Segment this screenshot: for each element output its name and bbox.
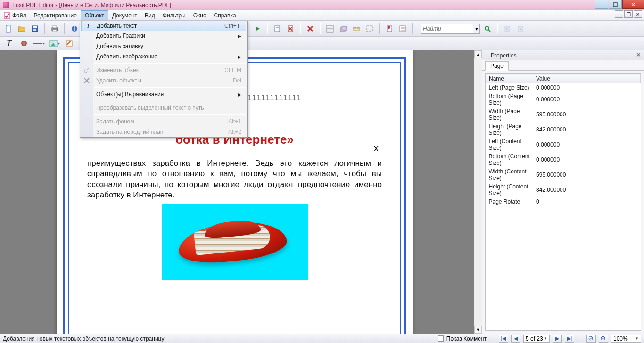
property-name: Width (Page Size) (486, 107, 533, 122)
layers-button[interactable] (338, 23, 349, 34)
property-row[interactable]: Width (Content Size)595.000000 (486, 167, 641, 182)
search-box[interactable]: ▾ (421, 24, 480, 34)
cancel-button[interactable] (305, 23, 316, 34)
property-name: Bottom (Page Size) (486, 92, 533, 107)
property-value: 0.000000 (533, 137, 632, 152)
bookmark-button[interactable] (384, 23, 395, 34)
menu-help[interactable]: Справка (210, 10, 240, 20)
menu-document[interactable]: Документ (108, 10, 141, 20)
doc-paragraph: преимуществах заработка в Интернете. Вед… (87, 158, 382, 201)
property-name: Width (Content Size) (486, 167, 533, 182)
last-page-button[interactable]: ▶| (565, 335, 574, 343)
ruler-button[interactable] (351, 23, 362, 34)
edit-tool-button[interactable] (63, 38, 75, 49)
property-value: 595.000000 (533, 107, 632, 122)
menu-item-set-background: Задать фоном Alt+1 (80, 116, 247, 127)
page-number-box[interactable]: 5 of 23 ▼ (523, 335, 550, 343)
mdi-restore-button[interactable]: ❐ (624, 10, 633, 18)
properties-col-name[interactable]: Name (486, 74, 533, 83)
property-value: 595.000000 (533, 167, 632, 182)
properties-panel-title[interactable]: Properties (485, 51, 522, 60)
property-row[interactable]: Width (Page Size)595.000000 (486, 107, 641, 122)
properties-button[interactable] (397, 23, 408, 34)
svg-rect-28 (367, 26, 372, 32)
svg-rect-7 (53, 26, 57, 28)
search-dropdown-button[interactable]: ▾ (473, 24, 479, 33)
svg-line-35 (488, 30, 490, 32)
mdi-close-button[interactable]: ✕ (634, 10, 642, 18)
search-input[interactable] (421, 25, 473, 32)
grid-button[interactable] (324, 23, 336, 34)
property-name: Left (Page Size) (486, 83, 533, 92)
doc-image-wallet (162, 204, 308, 280)
submenu-arrow-icon: ▶ (238, 92, 241, 97)
properties-grid[interactable]: Name Value Left (Page Size)0.000000Botto… (485, 74, 641, 331)
menu-edit[interactable]: Редактирование (30, 10, 81, 20)
property-value: 0 (533, 197, 632, 206)
properties-tab-page[interactable]: Page (485, 61, 509, 71)
menu-item-add-image[interactable]: Добавить изображение ▶ (80, 51, 247, 62)
scroll-up-button[interactable]: ▲ (474, 50, 482, 58)
statusbar: Добавления новых текстовых объектов на т… (0, 334, 644, 343)
new-file-button[interactable] (3, 23, 14, 34)
property-name: Left (Content Size) (486, 137, 533, 152)
menu-file[interactable]: Файл (0, 10, 30, 20)
next-page-button[interactable]: ▶ (553, 335, 562, 343)
window-close-button[interactable]: ✕ (622, 0, 644, 9)
menu-object[interactable]: Объект (81, 10, 108, 20)
import-page-button[interactable] (272, 23, 283, 34)
properties-col-value[interactable]: Value (533, 74, 632, 83)
mdi-minimize-button[interactable]: — (615, 10, 623, 18)
property-value: 842.000000 (533, 182, 632, 197)
property-row[interactable]: Bottom (Page Size)0.000000 (486, 92, 641, 107)
menu-item-add-fill[interactable]: Добавить заливку (80, 41, 247, 51)
doc-letter-x: х (374, 143, 379, 154)
line-tool-button[interactable]: ▾ (33, 38, 45, 49)
delete-page-button[interactable] (285, 23, 296, 34)
property-row[interactable]: Height (Page Size)842.000000 (486, 122, 641, 137)
show-comments-checkbox[interactable] (438, 335, 444, 342)
open-file-button[interactable] (16, 23, 27, 34)
prev-result-button[interactable] (502, 23, 513, 34)
prev-page-button[interactable]: ◀ (511, 335, 520, 343)
svg-line-56 (604, 340, 606, 341)
zoom-level-box[interactable]: 100% ▼ (611, 335, 641, 343)
menu-window[interactable]: Окно (190, 10, 210, 20)
window-maximize-button[interactable]: ☐ (609, 0, 622, 9)
text-tool-button[interactable]: T (3, 38, 15, 49)
property-row[interactable]: Page Rotate0 (486, 197, 641, 206)
property-row[interactable]: Bottom (Content Size)0.000000 (486, 152, 641, 167)
svg-line-47 (87, 68, 89, 70)
window-minimize-button[interactable]: — (595, 0, 608, 9)
svg-line-52 (592, 340, 594, 341)
search-button[interactable] (482, 23, 493, 34)
first-page-button[interactable]: |◀ (499, 335, 508, 343)
next-result-button[interactable] (515, 23, 526, 34)
zoom-in-button[interactable] (599, 335, 608, 343)
menu-filters[interactable]: Фильтры (159, 10, 190, 20)
property-row[interactable]: Left (Page Size)0.000000 (486, 83, 641, 92)
menu-item-add-graphics[interactable]: Добавить Графики ▶ (80, 31, 247, 41)
zoom-out-button[interactable] (586, 335, 596, 343)
menu-item-add-text[interactable]: T Добавить текст Ctrl+T (81, 21, 246, 31)
print-button[interactable] (49, 23, 60, 34)
chevron-down-icon: ▼ (544, 336, 547, 341)
image-tool-button[interactable]: ▾ (48, 38, 60, 49)
svg-rect-12 (275, 26, 280, 32)
menu-item-alignment[interactable]: Объект(ы) Выравнивания ▶ (80, 89, 247, 99)
save-button[interactable] (29, 23, 41, 34)
text-icon: T (84, 22, 92, 30)
info-button[interactable]: i (69, 23, 80, 34)
menu-view[interactable]: Вид (141, 10, 159, 20)
svg-text:i: i (74, 25, 75, 32)
property-row[interactable]: Left (Content Size)0.000000 (486, 137, 641, 152)
vertical-scrollbar[interactable]: ▲ ▼ (474, 50, 482, 334)
property-row[interactable]: Height (Content Size)842.000000 (486, 182, 641, 197)
annotate-tool-button[interactable] (18, 38, 30, 49)
svg-rect-36 (505, 26, 510, 31)
play-button[interactable] (252, 23, 263, 34)
properties-close-button[interactable]: ✕ (636, 51, 641, 58)
snap-button[interactable] (364, 23, 375, 34)
property-name: Height (Content Size) (486, 182, 533, 197)
scroll-down-button[interactable]: ▼ (474, 326, 482, 334)
